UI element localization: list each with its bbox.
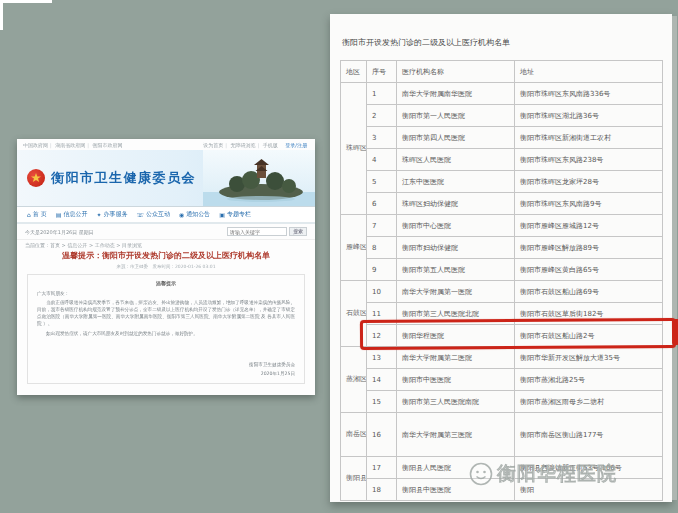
link-mobile[interactable]: 手机版	[263, 142, 278, 148]
cell-no: 10	[367, 281, 397, 303]
cell-no: 1	[367, 83, 397, 105]
cell-addr: 衡阳市雁峰区解放路89号	[515, 237, 663, 259]
nav-label: 信息公开	[63, 210, 87, 219]
cell-name: 珠晖区妇幼保健院	[397, 193, 515, 215]
article-title: 温馨提示：衡阳市开设发热门诊的二级及以上医疗机构名单	[17, 250, 315, 262]
table-row: 9 衡阳市第五人民医院 衡阳市雁峰区黄白路65号	[341, 259, 663, 281]
site-title: 衡阳市卫生健康委员会	[51, 169, 196, 187]
table-row: 雁峰区 7 衡阳市中心医院 衡阳市雁峰区雁城路12号	[341, 215, 663, 237]
cell-no: 16	[367, 413, 397, 457]
notice-paragraph: 如出现发热症状，请广大市民朋友及时到就近的发热门诊就诊，做好防护。	[37, 331, 295, 338]
cell-no: 6	[367, 193, 397, 215]
cell-addr: 衡阳市南岳区衡山路177号	[515, 413, 663, 457]
sub-toolbar: 今天是2020年1月26日 星期日 搜索	[17, 224, 315, 240]
topbar: 中国政府网| 湖南省政府网| 衡阳市政府网 设为首页| 无障碍浏览| 手机版 登…	[17, 139, 315, 150]
cell-addr: 衡阳市雁峰区雁城路12号	[515, 215, 663, 237]
notice-greeting: 广大市民朋友：	[37, 291, 295, 298]
link-hunan-gov[interactable]: 湖南省政府网	[55, 142, 85, 148]
region-cell-nanyue: 南岳区	[341, 413, 367, 457]
table-row: 南岳区 16 南华大学附属第三医院 衡阳市南岳区衡山路177号	[341, 413, 663, 457]
nav-item-info-disclosure[interactable]: ▤ 信息公开	[56, 210, 88, 219]
hospital-list-card: 衡阳市开设发热门诊的二级及以上医疗机构名单 地区 序号 医疗机构名称 地址 珠晖…	[330, 14, 672, 502]
cell-name: 南华大学附属第三医院	[397, 413, 515, 457]
cell-addr: 衡阳市珠晖区东风南路336号	[515, 83, 663, 105]
date-text: 今天是2020年1月26日 星期日	[25, 229, 94, 235]
header-no: 序号	[367, 61, 397, 83]
cell-no: 2	[367, 105, 397, 127]
scan-edge-artifact	[0, 0, 52, 3]
cell-no: 13	[367, 347, 397, 369]
link-hengyang-gov[interactable]: 衡阳市政府网	[93, 142, 123, 148]
cell-no: 4	[367, 149, 397, 171]
article-meta: 来源：市卫健委 发布时间：2020-01-26 03:01	[17, 262, 315, 271]
search-button[interactable]: 搜索	[289, 227, 307, 236]
nav-label: 首 页	[33, 210, 47, 219]
table-row: 石鼓区 10 南华大学附属第一医院 衡阳市石鼓区船山路69号	[341, 281, 663, 303]
cell-addr: 衡阳市蒸湘北路25号	[515, 369, 663, 391]
cell-name: 衡阳市第三人民医院南院	[397, 391, 515, 413]
nav-label: 办事服务	[103, 210, 127, 219]
cell-name: 衡阳市第四人民医院	[397, 127, 515, 149]
cell-addr: 衡阳市石鼓区船山路2号	[515, 325, 663, 347]
signature-block: 衡阳市卫生健康委员会 2020年1月25日	[37, 360, 295, 378]
cell-no: 7	[367, 215, 397, 237]
header-region: 地区	[341, 61, 367, 83]
watermark: 衡阳华程医院	[468, 461, 617, 487]
cell-addr: 衡阳市珠晖区东风路238号	[515, 149, 663, 171]
header-name: 医疗机构名称	[397, 61, 515, 83]
cell-name: 江东中医医院	[397, 171, 515, 193]
cell-no: 8	[367, 237, 397, 259]
cell-name: 衡阳市第一人民医院	[397, 105, 515, 127]
interaction-icon: ☏	[136, 211, 144, 218]
signature-org: 衡阳市卫生健康委员会	[37, 362, 295, 369]
cell-no: 17	[367, 457, 397, 479]
header-addr: 地址	[515, 61, 663, 83]
nav-label: 公众互动	[146, 210, 170, 219]
search-input[interactable]	[227, 227, 287, 236]
nav-item-services[interactable]: ✦ 办事服务	[96, 210, 127, 219]
table-row: 5 江东中医医院 衡阳市珠晖区龙家坪28号	[341, 171, 663, 193]
cell-addr: 衡阳市珠晖区新湘街道工农村	[515, 127, 663, 149]
table-title: 衡阳市开设发热门诊的二级及以上医疗机构名单	[342, 38, 660, 48]
main-nav: ⌂ 首 页 ▤ 信息公开 ✦ 办事服务 ☏ 公众互动 ◉ 通知公告 ▣ 专题专栏	[17, 206, 315, 224]
watermark-text: 衡阳华程医院	[497, 461, 617, 487]
login-link[interactable]: 登录/注册	[285, 142, 307, 148]
link-set-homepage[interactable]: 设为首页	[203, 142, 223, 148]
national-emblem-icon	[27, 169, 45, 187]
hospital-table: 地区 序号 医疗机构名称 地址 珠晖区 1 南华大学附属南华医院 衡阳市珠晖区东…	[340, 60, 663, 501]
table-row: 3 衡阳市第四人民医院 衡阳市珠晖区新湘街道工农村	[341, 127, 663, 149]
table-header-row: 地区 序号 医疗机构名称 地址	[341, 61, 663, 83]
cell-no: 9	[367, 259, 397, 281]
nav-item-notices[interactable]: ◉ 通知公告	[179, 210, 210, 219]
cell-addr: 衡阳市蒸湘区雨母乡二塘村	[515, 391, 663, 413]
table-row: 14 衡阳市中医医院 衡阳市蒸湘北路25号	[341, 369, 663, 391]
cell-no: 14	[367, 369, 397, 391]
nav-label: 通知公告	[186, 210, 210, 219]
scan-edge-artifact	[0, 0, 3, 30]
region-cell-yanfeng: 雁峰区	[341, 215, 367, 281]
cell-name: 珠晖区人民医院	[397, 149, 515, 171]
nav-item-special-topics[interactable]: ▣ 专题专栏	[219, 210, 251, 219]
region-cell-shigu: 石鼓区	[341, 281, 367, 347]
services-icon: ✦	[96, 211, 101, 218]
table-row: 珠晖区 1 南华大学附属南华医院 衡阳市珠晖区东风南路336号	[341, 83, 663, 105]
topbar-left-links: 中国政府网| 湖南省政府网| 衡阳市政府网	[23, 142, 125, 148]
cell-no: 15	[367, 391, 397, 413]
breadcrumb[interactable]: 当前位置：首页 > 信息公开 > 工作动态 > 目录浏览	[17, 240, 315, 250]
table-row: 8 衡阳市妇幼保健院 衡阳市雁峰区解放路89号	[341, 237, 663, 259]
cell-no: 3	[367, 127, 397, 149]
cell-no: 18	[367, 479, 397, 501]
info-disclosure-icon: ▤	[56, 211, 62, 218]
link-china-gov[interactable]: 中国政府网	[23, 142, 48, 148]
cell-name: 衡阳市中心医院	[397, 215, 515, 237]
cell-no: 12	[367, 325, 397, 347]
cell-no: 11	[367, 303, 397, 325]
topbar-right-links: 设为首页| 无障碍浏览| 手机版 登录/注册	[203, 142, 309, 148]
nav-item-public-interaction[interactable]: ☏ 公众互动	[136, 210, 170, 219]
link-accessibility[interactable]: 无障碍浏览	[230, 142, 255, 148]
cell-addr: 衡阳市珠晖区湖北路36号	[515, 105, 663, 127]
cell-addr: 衡阳市华新开发区解放大道35号	[515, 347, 663, 369]
nav-item-home[interactable]: ⌂ 首 页	[27, 210, 47, 219]
notice-heading: 温馨提示	[37, 280, 295, 288]
search-box: 搜索	[227, 227, 307, 236]
